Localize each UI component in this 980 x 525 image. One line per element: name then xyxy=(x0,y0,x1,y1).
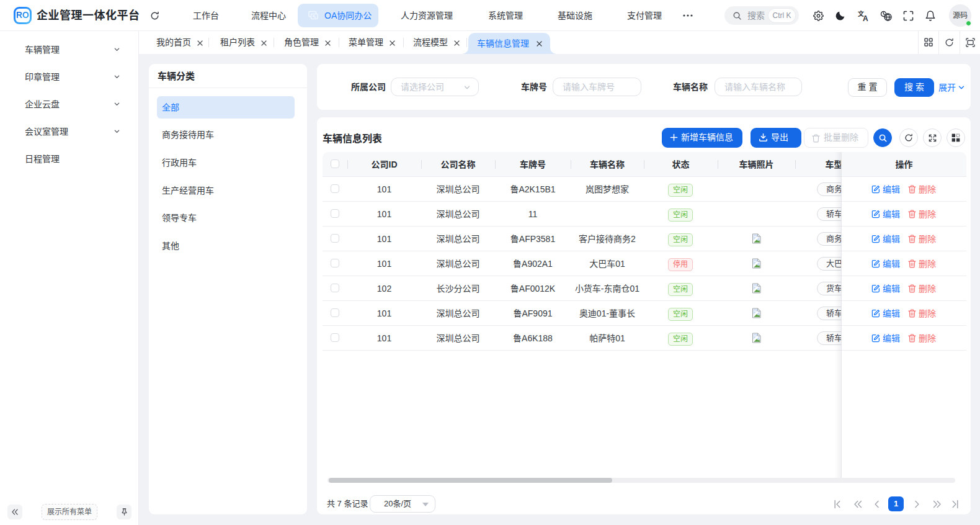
svg-text:A: A xyxy=(863,14,868,22)
